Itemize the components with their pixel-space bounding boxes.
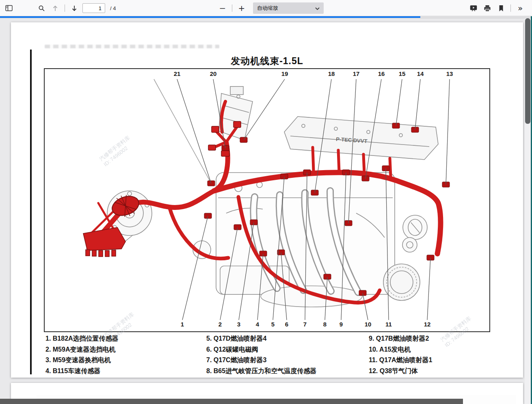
bookmark-icon (498, 5, 504, 12)
zoom-level-select[interactable]: 自动缩放 (253, 2, 324, 14)
callout-number-14: 14 (417, 70, 424, 77)
legend-column-3: 9. Q17B燃油喷射器210. A15发电机11. Q17A燃油喷射器112.… (369, 333, 491, 376)
callout-number-15: 15 (399, 70, 406, 77)
printer-icon (484, 5, 491, 12)
page-count-label: / 4 (110, 5, 116, 11)
callout-number-19: 19 (281, 70, 288, 77)
toolbar-divider (510, 4, 511, 12)
legend-item: 8. B65进气岐管压力和空气温度传感器 (206, 366, 369, 377)
callout-number-12: 12 (424, 321, 431, 328)
chevron-down-icon (315, 5, 320, 11)
legend-item: 12. Q38节气门体 (369, 366, 491, 377)
zoom-in-button[interactable]: + (236, 2, 247, 14)
toolbar-left-group: / 4 (3, 0, 116, 16)
callout-number-17: 17 (353, 70, 360, 77)
plus-icon: + (238, 4, 245, 12)
presentation-mode-button[interactable] (468, 2, 479, 14)
legend-item: 10. A15发电机 (369, 344, 491, 355)
legend-item: 1. B182A选挡位置传感器 (45, 333, 206, 344)
toolbar-divider (232, 4, 232, 12)
toolbar-right-group: » (468, 0, 526, 16)
callout-number-20: 20 (210, 70, 217, 77)
zoom-out-button[interactable]: − (217, 2, 228, 14)
legend: 1. B182A选挡位置传感器2. M59A变速器选挡电机3. M59变速器换档… (45, 333, 491, 376)
callout-number-5: 5 (271, 321, 275, 328)
callout-number-11: 11 (385, 321, 392, 328)
loading-progress-track (0, 16, 532, 18)
presentation-icon (470, 5, 477, 12)
bottom-dark-bar (0, 399, 463, 404)
diagram-title: 发动机线束-1.5L (44, 55, 490, 67)
toggle-sidebar-button[interactable] (3, 2, 15, 14)
cropped-text-artifact (45, 45, 219, 48)
legend-item: 9. Q17B燃油喷射器2 (369, 333, 491, 344)
vertical-scrollbar-track[interactable] (525, 18, 531, 404)
page-number-input[interactable] (82, 3, 105, 13)
callout-number-16: 16 (378, 70, 385, 77)
current-view-button[interactable] (495, 2, 507, 14)
toolbar-center-group: − + 自动缩放 (217, 0, 324, 16)
callout-number-8: 8 (323, 321, 327, 328)
legend-item: 3. M59变速器换档电机 (45, 355, 206, 366)
diagram-border (44, 68, 490, 332)
minus-icon: − (219, 4, 226, 12)
callout-number-4: 4 (256, 321, 259, 328)
callout-number-7: 7 (303, 321, 307, 328)
legend-column-1: 1. B182A选挡位置传感器2. M59A变速器选挡电机3. M59变速器换档… (45, 333, 206, 376)
callout-number-18: 18 (328, 70, 335, 77)
callout-number-13: 13 (446, 70, 453, 77)
previous-page-button[interactable] (50, 2, 61, 14)
print-button[interactable] (482, 2, 493, 14)
vertical-scrollbar-thumb[interactable] (525, 18, 530, 124)
progress-fill (0, 16, 420, 18)
callout-number-2: 2 (218, 321, 222, 328)
legend-item: 5. Q17D燃油喷射器4 (206, 333, 369, 344)
section-margin-bar (30, 50, 32, 374)
find-button[interactable] (36, 2, 47, 14)
arrow-down-icon (71, 5, 78, 12)
more-tools-button[interactable]: » (515, 2, 526, 14)
callout-number-10: 10 (365, 321, 372, 328)
callout-number-9: 9 (340, 321, 343, 328)
sidebar-icon (5, 5, 13, 11)
pdf-page-1: 发动机线束-1.5L (11, 22, 523, 378)
zoom-level-value: 自动缩放 (257, 4, 315, 12)
arrow-up-icon (52, 5, 58, 12)
search-icon (38, 5, 45, 12)
toolbar-divider (65, 4, 65, 12)
legend-item: 4. B115车速传感器 (45, 366, 206, 377)
legend-column-2: 5. Q17D燃油喷射器46. Q12碳罐电磁阀7. Q17C燃油喷射器38. … (206, 333, 369, 376)
legend-item: 6. Q12碳罐电磁阀 (206, 344, 369, 355)
callout-number-6: 6 (285, 321, 288, 328)
callout-number-1: 1 (181, 321, 184, 328)
next-page-button[interactable] (69, 2, 80, 14)
legend-item: 11. Q17A燃油喷射器1 (369, 355, 491, 366)
pdf-toolbar: / 4 − + 自动缩放 (0, 0, 532, 16)
callout-number-3: 3 (237, 321, 240, 328)
double-chevron-icon: » (518, 4, 523, 12)
callout-number-21: 21 (174, 70, 181, 77)
legend-item: 2. M59A变速器选挡电机 (45, 344, 206, 355)
legend-item: 7. Q17C燃油喷射器3 (206, 355, 369, 366)
